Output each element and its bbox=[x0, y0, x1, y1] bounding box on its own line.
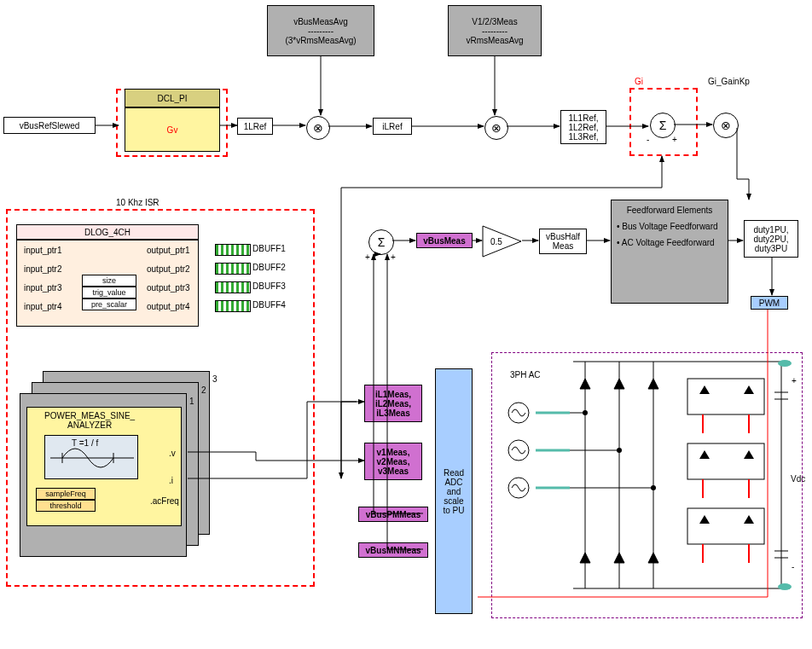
wires-icon bbox=[0, 0, 812, 649]
